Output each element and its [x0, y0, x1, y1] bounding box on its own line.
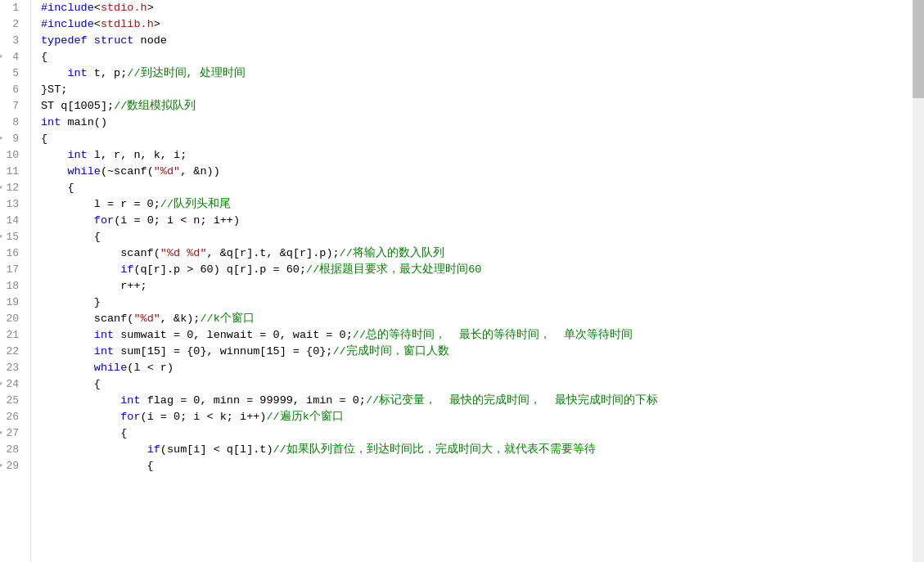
code-segment: {	[41, 427, 127, 439]
code-segment	[41, 165, 67, 178]
line-number-18: 18	[0, 278, 24, 294]
code-line-22: int sum[15] = {0}, winnum[15] = {0};//完成…	[41, 344, 924, 360]
code-segment: >	[147, 2, 154, 14]
line-number-16: 16	[0, 245, 24, 262]
code-segment: t, p;	[88, 67, 128, 79]
code-line-4: {	[41, 49, 924, 65]
code-segment: //完成时间，窗口人数	[332, 345, 448, 357]
fold-arrow-9[interactable]: ▾	[0, 131, 3, 147]
code-segment: //到达时间, 处理时间	[127, 67, 245, 79]
line-num-text-2: 2	[12, 16, 19, 33]
code-segment: stdlib.h	[101, 18, 154, 30]
code-segment: //数组模拟队列	[114, 100, 196, 112]
code-segment: ST q[1005];	[41, 100, 114, 112]
code-segment: struct	[94, 34, 134, 47]
code-segment: for	[94, 214, 114, 227]
code-segment: int	[94, 329, 114, 341]
code-segment: }ST;	[41, 83, 67, 96]
scrollbar-thumb[interactable]	[913, 0, 924, 98]
code-line-19: }	[41, 294, 924, 311]
code-segment: #include	[41, 2, 94, 14]
code-segment: //总的等待时间， 最长的等待时间， 单次等待时间	[353, 329, 633, 341]
line-number-19: 19	[0, 294, 24, 311]
line-num-text-14: 14	[6, 213, 19, 229]
line-number-2: 2	[0, 16, 24, 33]
line-num-text-10: 10	[6, 147, 19, 164]
line-number-26: 26	[0, 409, 24, 425]
line-number-8: 8	[0, 115, 24, 131]
code-segment: (sum[i] < q[l].t)	[160, 443, 273, 456]
code-segment: {	[41, 133, 47, 145]
line-number-29: ▾29	[0, 458, 24, 474]
line-number-7: 7	[0, 98, 24, 115]
code-segment: }	[41, 296, 101, 308]
code-segment: while	[67, 165, 101, 178]
scrollbar-track[interactable]	[913, 0, 924, 562]
code-segment: sumwait = 0, lenwait = 0, wait = 0;	[114, 329, 353, 341]
code-area[interactable]: #include<stdio.h>#include<stdlib.h>typed…	[31, 0, 924, 562]
code-line-12: {	[41, 180, 924, 196]
line-number-23: 23	[0, 360, 24, 376]
line-number-17: 17	[0, 262, 24, 278]
line-num-text-26: 26	[6, 409, 19, 425]
code-line-11: while(~scanf("%d", &n))	[41, 164, 924, 180]
code-segment: #include	[41, 18, 94, 30]
line-number-12: ▾12	[0, 180, 24, 196]
code-segment: "	[154, 165, 160, 178]
code-segment: stdio.h	[101, 2, 147, 14]
code-segment: int	[94, 345, 114, 357]
code-line-5: int t, p;//到达时间, 处理时间	[41, 65, 924, 82]
code-line-7: ST q[1005];//数组模拟队列	[41, 98, 924, 115]
line-number-9: ▾9	[0, 131, 24, 147]
code-line-29: {	[41, 458, 924, 474]
fold-arrow-4[interactable]: ▾	[0, 49, 3, 65]
line-number-22: 22	[0, 344, 24, 360]
line-num-text-19: 19	[6, 294, 19, 311]
code-segment: %d	[141, 312, 154, 325]
code-segment: {	[41, 460, 154, 472]
fold-arrow-12[interactable]: ▾	[0, 180, 3, 196]
code-segment: "	[160, 247, 167, 259]
line-num-text-15: 15	[6, 229, 19, 245]
code-line-6: }ST;	[41, 82, 924, 98]
line-num-text-6: 6	[12, 82, 19, 98]
code-line-21: int sumwait = 0, lenwait = 0, wait = 0;/…	[41, 327, 924, 344]
fold-arrow-27[interactable]: ▾	[0, 425, 3, 442]
line-number-13: 13	[0, 196, 24, 213]
line-number-10: 10	[0, 147, 24, 164]
code-segment: {	[41, 231, 101, 243]
code-segment: (l < r)	[127, 362, 174, 374]
code-line-3: typedef struct node	[41, 33, 924, 49]
code-segment: //遍历k个窗口	[266, 411, 343, 423]
code-segment	[41, 263, 120, 276]
fold-arrow-24[interactable]: ▾	[0, 376, 3, 393]
fold-arrow-15[interactable]: ▾	[0, 229, 3, 245]
code-segment: int	[67, 149, 87, 161]
line-number-15: ▾15	[0, 229, 24, 245]
code-segment: %d %d	[167, 247, 201, 259]
code-segment: <	[94, 18, 101, 30]
line-num-text-16: 16	[6, 245, 19, 262]
code-line-25: int flag = 0, minn = 99999, imin = 0;//标…	[41, 393, 924, 409]
code-segment: //队列头和尾	[160, 198, 231, 210]
code-segment: l, r, n, k, i;	[88, 149, 187, 161]
line-num-text-5: 5	[12, 65, 19, 82]
line-num-text-9: 9	[12, 131, 19, 147]
code-segment: , &k);	[160, 312, 201, 325]
editor-container: 123▾45678▾91011▾121314▾15161718192021222…	[0, 0, 924, 562]
code-segment: flag = 0, minn = 99999, imin = 0;	[141, 394, 366, 407]
line-number-25: 25	[0, 393, 24, 409]
code-segment	[41, 214, 94, 227]
line-number-20: 20	[0, 311, 24, 327]
code-line-9: {	[41, 131, 924, 147]
code-segment: "	[154, 312, 160, 325]
fold-arrow-29[interactable]: ▾	[0, 458, 3, 474]
code-segment: , &n))	[180, 165, 220, 178]
code-segment: if	[120, 263, 133, 276]
line-number-6: 6	[0, 82, 24, 98]
code-line-1: #include<stdio.h>	[41, 0, 924, 16]
code-segment: "	[174, 165, 180, 178]
code-segment: //标记变量， 最快的完成时间， 最快完成时间的下标	[366, 394, 658, 407]
line-num-text-28: 28	[6, 442, 19, 458]
line-num-text-21: 21	[6, 327, 19, 344]
